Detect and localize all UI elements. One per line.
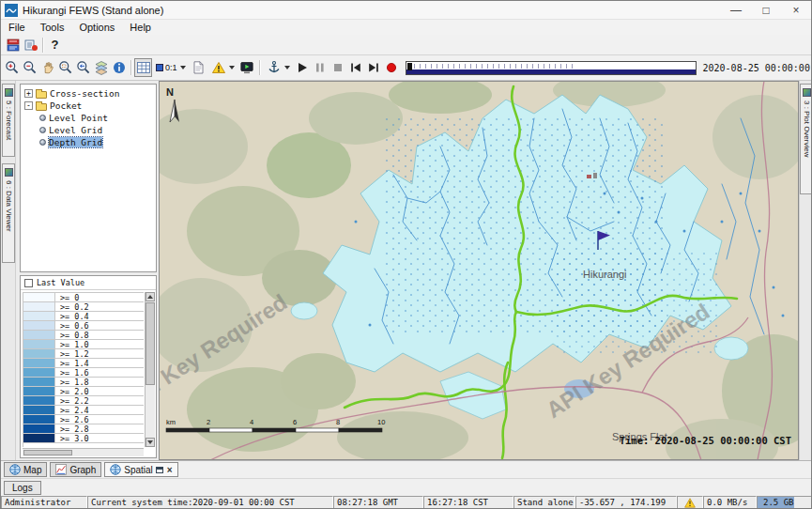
- grid-display-button[interactable]: [134, 58, 152, 77]
- scale-select-button[interactable]: 0:1: [152, 58, 190, 77]
- svg-text:8: 8: [336, 418, 340, 426]
- forecast-tab-icon: [5, 88, 13, 97]
- minimize-button[interactable]: —: [721, 1, 751, 19]
- status-warning[interactable]: [677, 496, 703, 509]
- tree-node-pocket[interactable]: - Pocket: [21, 100, 156, 112]
- legend-row[interactable]: >= 2.2: [23, 396, 144, 406]
- expand-icon[interactable]: +: [24, 89, 33, 98]
- skip-to-start-button[interactable]: [347, 58, 365, 77]
- legend-row[interactable]: >= 2.8: [23, 424, 144, 434]
- tab-graph[interactable]: Graph: [50, 462, 101, 477]
- layers-icon: [94, 60, 109, 75]
- display-icon: [239, 60, 254, 75]
- pause-icon: [313, 60, 328, 75]
- animation-display-button[interactable]: [238, 58, 256, 77]
- float-window-icon[interactable]: [156, 467, 163, 473]
- help-button[interactable]: ?: [46, 36, 64, 54]
- legend-row[interactable]: >= 1.0: [23, 340, 144, 349]
- anchor-button[interactable]: [263, 58, 294, 77]
- legend-row[interactable]: >= 1.6: [23, 368, 144, 378]
- status-system-time: Current system time:2020-09-01 00:00 CST: [87, 496, 333, 509]
- tab-data-viewer[interactable]: 6 : Data Viewer: [2, 163, 15, 263]
- database-button[interactable]: [4, 36, 22, 54]
- info-button[interactable]: [110, 58, 128, 77]
- pause-button[interactable]: [312, 58, 329, 77]
- tab-graph-label: Graph: [69, 465, 96, 475]
- legend-row[interactable]: >= 1.4: [23, 359, 144, 368]
- close-tab-icon[interactable]: ×: [167, 465, 173, 475]
- legend-color-swatch: [23, 368, 55, 377]
- legend-row[interactable]: >= 1.8: [23, 378, 144, 387]
- chart-icon: [55, 464, 67, 475]
- legend-row[interactable]: >= 0.8: [23, 331, 144, 340]
- hscrollbar-thumb[interactable]: [23, 450, 72, 455]
- tree-node-cross-section[interactable]: + Cross-section: [21, 87, 156, 100]
- collapse-icon[interactable]: -: [24, 101, 33, 110]
- maximize-button[interactable]: □: [751, 1, 781, 19]
- tree-leaf-depth-grid[interactable]: Depth Grid: [21, 136, 156, 148]
- legend-row[interactable]: >= 2.0: [23, 387, 144, 396]
- pan-button[interactable]: [38, 58, 56, 77]
- import-status-icon: [23, 38, 38, 53]
- warnings-button[interactable]: [207, 58, 238, 77]
- menu-file[interactable]: File: [1, 20, 33, 35]
- legend-row[interactable]: >= 0.4: [23, 312, 144, 321]
- legend-row[interactable]: >= 0.2: [23, 302, 144, 312]
- play-button[interactable]: [294, 58, 312, 77]
- tree-leaf-level-point[interactable]: Level Point: [21, 112, 156, 124]
- tree-leaf-level-grid[interactable]: Level Grid: [21, 124, 156, 136]
- svg-text:N: N: [166, 86, 174, 98]
- menu-help[interactable]: Help: [122, 20, 159, 35]
- status-network-rate: 0.0 MB/s: [703, 496, 757, 509]
- status-local-time: 16:27:18 CST: [423, 496, 513, 509]
- legend-label: >= 0.8: [55, 331, 89, 339]
- menu-options[interactable]: Options: [71, 20, 122, 35]
- scroll-down-icon[interactable]: [146, 438, 155, 447]
- timeline-thumb[interactable]: [407, 63, 412, 70]
- last-value-checkbox[interactable]: [24, 279, 33, 287]
- close-button[interactable]: ×: [781, 1, 811, 19]
- hand-icon: [40, 60, 55, 75]
- status-memory: 2.5 GB: [757, 496, 812, 509]
- zoom-in-button[interactable]: [3, 58, 21, 77]
- svg-text:km: km: [166, 418, 176, 426]
- scroll-up-icon[interactable]: [146, 292, 155, 301]
- legend-hscrollbar[interactable]: [23, 448, 144, 456]
- grid-icon: [136, 60, 151, 75]
- legend-label: >= 0.2: [55, 302, 89, 311]
- layers-button[interactable]: [92, 58, 110, 77]
- legend-color-swatch: [23, 415, 55, 424]
- legend-row[interactable]: >= 2.4: [23, 406, 144, 415]
- tab-spatial-label: Spatial: [124, 465, 153, 475]
- legend-row[interactable]: >= 2.6: [23, 415, 144, 424]
- legend-row[interactable]: >= 3.0: [23, 434, 144, 443]
- import-status-button[interactable]: [22, 36, 39, 54]
- legend-row[interactable]: >= 1.2: [23, 349, 144, 359]
- legend-label: >= 2.0: [55, 387, 89, 395]
- tab-forecast[interactable]: 5 : Forecast: [2, 84, 15, 157]
- map-view[interactable]: API Key Required API Key Required Hikura…: [159, 81, 799, 460]
- parameter-tree[interactable]: + Cross-section - Pocket Level Point Lev…: [20, 84, 157, 272]
- logs-button[interactable]: Logs: [4, 481, 41, 495]
- tab-spatial[interactable]: Spatial ×: [104, 462, 177, 477]
- legend-label: >= 0: [55, 293, 79, 301]
- svg-text:2: 2: [207, 418, 210, 426]
- status-bar: Administrator Current system time:2020-0…: [1, 496, 811, 509]
- tab-plot-overview[interactable]: 3 : Plot Overview: [800, 84, 812, 194]
- previous-zoom-button[interactable]: [74, 58, 92, 77]
- zoom-out-button[interactable]: [21, 58, 38, 77]
- timeline-slider[interactable]: [406, 61, 697, 75]
- tab-map[interactable]: Map: [4, 462, 47, 477]
- skip-to-end-button[interactable]: [365, 58, 383, 77]
- menu-tools[interactable]: Tools: [33, 20, 72, 35]
- stop-icon: [330, 60, 345, 75]
- record-button[interactable]: [383, 58, 401, 77]
- skip-start-icon: [348, 60, 363, 75]
- legend-row[interactable]: >= 0.6: [23, 321, 144, 331]
- stop-button[interactable]: [329, 58, 347, 77]
- legend-row[interactable]: >= 0: [23, 293, 144, 302]
- zoom-box-button[interactable]: [56, 58, 74, 77]
- legend-scrollbar[interactable]: [145, 292, 155, 447]
- document-button[interactable]: [190, 58, 207, 77]
- scrollbar-thumb[interactable]: [146, 302, 155, 385]
